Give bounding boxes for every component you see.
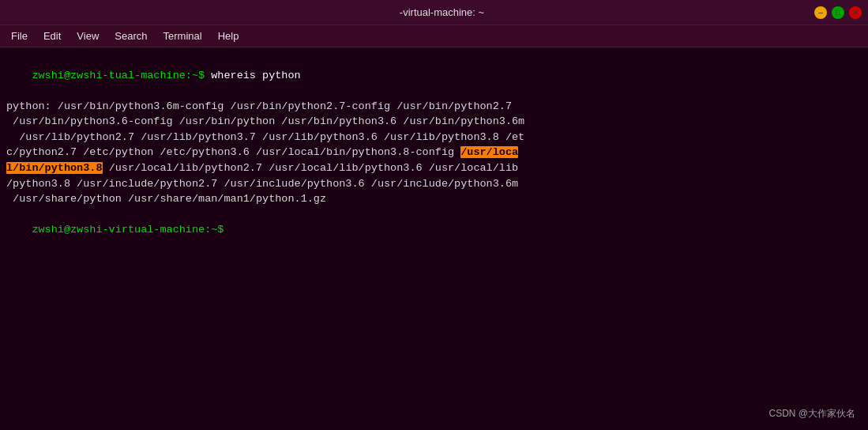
menu-terminal[interactable]: Terminal: [157, 28, 209, 44]
minimize-button[interactable]: –: [814, 6, 827, 19]
terminal-line: zwshi@zwshi-virtual-machine:~$: [6, 207, 862, 254]
highlighted-text: /usr/loca: [460, 146, 518, 158]
menu-help[interactable]: Help: [212, 28, 246, 44]
terminal-line: python: /usr/bin/python3.6m-config /usr/…: [6, 99, 862, 115]
maximize-button[interactable]: □: [832, 6, 844, 19]
menu-search[interactable]: Search: [108, 28, 153, 44]
terminal-line: /usr/bin/python3.6-config /usr/bin/pytho…: [6, 114, 862, 130]
terminal-line: /usr/lib/python2.7 /usr/lib/python3.7 /u…: [6, 130, 862, 145]
watermark: CSDN @大作家伙名: [768, 407, 855, 421]
close-button[interactable]: ✕: [849, 6, 862, 19]
menu-edit[interactable]: Edit: [37, 28, 67, 44]
terminal-area[interactable]: zwshi@zwshi-tual-machine:~$ whereis pyth…: [0, 47, 868, 430]
menu-view[interactable]: View: [70, 28, 105, 44]
titlebar: -virtual-machine: ~ – □ ✕: [0, 0, 868, 25]
prompt: zwshi@zwshi-virtual-machine:~$: [32, 224, 230, 236]
terminal-line: /python3.8 /usr/include/python2.7 /usr/i…: [6, 176, 862, 192]
window-title: -virtual-machine: ~: [70, 6, 814, 18]
terminal-line: c/python2.7 /etc/python /etc/python3.6 /…: [6, 145, 862, 160]
terminal-line: /usr/share/python /usr/share/man/man1/py…: [6, 191, 862, 207]
terminal-line: l/bin/python3.8 /usr/local/lib/python2.7…: [6, 160, 862, 176]
prompt: zwshi@zwshi-tual-machine:~$: [32, 70, 211, 81]
command: whereis python: [211, 70, 300, 81]
menu-file[interactable]: File: [5, 28, 34, 44]
menubar: File Edit View Search Terminal Help: [0, 25, 868, 47]
window-controls: – □ ✕: [814, 6, 862, 19]
highlighted-text: l/bin/python3.8: [6, 162, 103, 174]
terminal-line: zwshi@zwshi-tual-machine:~$ whereis pyth…: [6, 52, 862, 99]
